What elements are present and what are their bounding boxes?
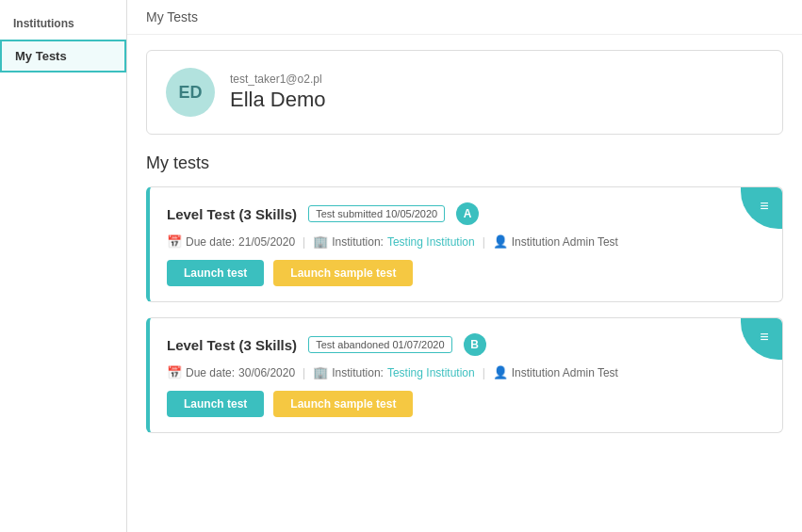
sidebar: Institutions My Tests: [0, 0, 127, 532]
institution-item-a: 🏢 Institution: Testing Institution: [313, 234, 474, 249]
institution-icon-a: 🏢: [313, 234, 328, 249]
test-corner-icon-b: ≡: [760, 329, 768, 346]
institution-icon-b: 🏢: [313, 365, 328, 379]
content-area: ED test_taker1@o2.pl Ella Demo My tests …: [127, 35, 802, 463]
test-card-a: ≡ Level Test (3 Skills) Test submitted 1…: [146, 186, 783, 302]
launch-sample-button-a[interactable]: Launch sample test: [273, 260, 413, 286]
admin-name-b: Institution Admin Test: [512, 366, 618, 379]
test-corner-icon-a: ≡: [760, 198, 768, 215]
test-actions-b: Launch test Launch sample test: [167, 391, 765, 417]
profile-card: ED test_taker1@o2.pl Ella Demo: [146, 50, 783, 135]
calendar-icon-a: 📅: [167, 234, 182, 249]
due-date-value-a: 21/05/2020: [238, 235, 295, 249]
main-content: My Tests ED test_taker1@o2.pl Ella Demo …: [127, 0, 802, 532]
test-card-header-b: Level Test (3 Skills) Test abandoned 01/…: [167, 333, 765, 356]
due-date-label-a: Due date:: [186, 235, 235, 249]
test-title-a: Level Test (3 Skills): [167, 206, 297, 222]
sep2-b: |: [483, 366, 485, 379]
test-meta-b: 📅 Due date: 30/06/2020 | 🏢 Institution: …: [167, 365, 765, 379]
status-badge-b: Test abandoned 01/07/2020: [308, 336, 451, 353]
avatar: ED: [166, 68, 215, 117]
calendar-icon-b: 📅: [167, 365, 182, 379]
sep1-a: |: [303, 235, 305, 249]
launch-test-button-b[interactable]: Launch test: [167, 391, 264, 417]
sep1-b: |: [303, 366, 305, 379]
due-date-item-a: 📅 Due date: 21/05/2020: [167, 234, 295, 249]
profile-email: test_taker1@o2.pl: [230, 73, 325, 86]
admin-item-b: 👤 Institution Admin Test: [493, 365, 618, 379]
institution-label-a: Institution:: [332, 235, 384, 249]
profile-info: test_taker1@o2.pl Ella Demo: [230, 73, 325, 112]
status-badge-a: Test submitted 10/05/2020: [308, 205, 445, 222]
admin-item-a: 👤 Institution Admin Test: [493, 234, 618, 249]
institution-name-b[interactable]: Testing Institution: [387, 366, 475, 379]
test-card-header-a: Level Test (3 Skills) Test submitted 10/…: [167, 202, 765, 225]
person-icon-a: 👤: [493, 234, 508, 249]
institution-label-b: Institution:: [332, 366, 384, 379]
admin-name-a: Institution Admin Test: [512, 235, 618, 249]
sidebar-section-label: Institutions: [0, 11, 126, 40]
sidebar-item-my-tests[interactable]: My Tests: [0, 40, 126, 73]
test-title-b: Level Test (3 Skills): [167, 337, 297, 353]
page-header: My Tests: [127, 0, 802, 35]
due-date-item-b: 📅 Due date: 30/06/2020: [167, 365, 295, 379]
badge-label-b: B: [464, 333, 486, 356]
badge-label-a: A: [456, 202, 479, 225]
test-card-b: ≡ Level Test (3 Skills) Test abandoned 0…: [146, 317, 783, 433]
launch-test-button-a[interactable]: Launch test: [167, 260, 264, 286]
due-date-value-b: 30/06/2020: [238, 366, 295, 379]
institution-item-b: 🏢 Institution: Testing Institution: [313, 365, 474, 379]
institution-name-a[interactable]: Testing Institution: [387, 235, 475, 249]
sep2-a: |: [483, 235, 485, 249]
test-actions-a: Launch test Launch sample test: [167, 260, 765, 286]
due-date-label-b: Due date:: [186, 366, 235, 379]
profile-name: Ella Demo: [230, 88, 325, 112]
test-meta-a: 📅 Due date: 21/05/2020 | 🏢 Institution: …: [167, 234, 765, 249]
launch-sample-button-b[interactable]: Launch sample test: [273, 391, 413, 417]
person-icon-b: 👤: [493, 365, 508, 379]
tests-section-title: My tests: [146, 153, 783, 173]
